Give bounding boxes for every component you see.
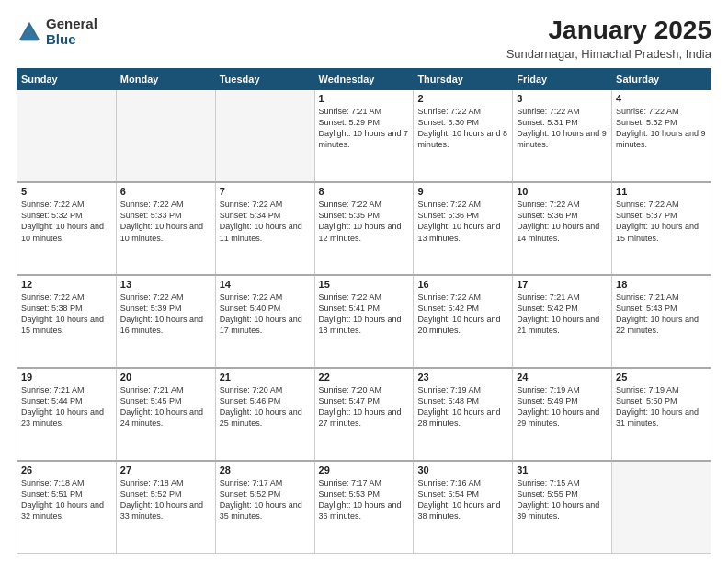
day-number: 23 [417, 372, 508, 383]
day-number: 5 [21, 186, 112, 197]
header-thursday: Thursday [414, 68, 513, 89]
day-number: 26 [21, 465, 112, 476]
day-number: 7 [220, 186, 311, 197]
day-number: 1 [319, 93, 410, 104]
weekday-header-row: Sunday Monday Tuesday Wednesday Thursday… [17, 68, 711, 89]
header-friday: Friday [513, 68, 612, 89]
day-info: Sunrise: 7:22 AM Sunset: 5:42 PM Dayligh… [417, 292, 508, 337]
day-number: 24 [517, 372, 608, 383]
day-info: Sunrise: 7:19 AM Sunset: 5:49 PM Dayligh… [517, 385, 608, 430]
calendar-week-row: 1Sunrise: 7:21 AM Sunset: 5:29 PM Daylig… [17, 89, 711, 182]
calendar-week-row: 26Sunrise: 7:18 AM Sunset: 5:51 PM Dayli… [17, 461, 711, 554]
day-info: Sunrise: 7:19 AM Sunset: 5:48 PM Dayligh… [417, 385, 508, 430]
calendar-day-cell: 21Sunrise: 7:20 AM Sunset: 5:46 PM Dayli… [215, 368, 314, 461]
day-info: Sunrise: 7:22 AM Sunset: 5:39 PM Dayligh… [120, 292, 211, 337]
header: General Blue January 2025 Sundarnagar, H… [17, 17, 711, 61]
calendar-day-cell: 31Sunrise: 7:15 AM Sunset: 5:55 PM Dayli… [513, 461, 612, 554]
day-info: Sunrise: 7:22 AM Sunset: 5:37 PM Dayligh… [616, 199, 707, 244]
calendar-week-row: 19Sunrise: 7:21 AM Sunset: 5:44 PM Dayli… [17, 368, 711, 461]
calendar-day-cell: 11Sunrise: 7:22 AM Sunset: 5:37 PM Dayli… [612, 182, 711, 275]
day-number: 18 [616, 279, 707, 290]
calendar-day-cell: 2Sunrise: 7:22 AM Sunset: 5:30 PM Daylig… [414, 89, 513, 182]
day-number: 21 [220, 372, 311, 383]
calendar-day-cell: 3Sunrise: 7:22 AM Sunset: 5:31 PM Daylig… [513, 89, 612, 182]
day-info: Sunrise: 7:17 AM Sunset: 5:53 PM Dayligh… [319, 477, 410, 523]
page: General Blue January 2025 Sundarnagar, H… [0, 0, 728, 563]
day-info: Sunrise: 7:21 AM Sunset: 5:45 PM Dayligh… [120, 385, 211, 430]
day-info: Sunrise: 7:22 AM Sunset: 5:36 PM Dayligh… [417, 199, 508, 244]
calendar-day-cell: 12Sunrise: 7:22 AM Sunset: 5:38 PM Dayli… [17, 275, 117, 368]
header-tuesday: Tuesday [215, 68, 314, 89]
calendar-day-cell: 19Sunrise: 7:21 AM Sunset: 5:44 PM Dayli… [17, 368, 117, 461]
day-number: 3 [517, 93, 608, 104]
day-info: Sunrise: 7:16 AM Sunset: 5:54 PM Dayligh… [417, 477, 508, 523]
logo-blue-text: Blue [46, 32, 97, 48]
day-number: 14 [220, 279, 311, 290]
day-info: Sunrise: 7:22 AM Sunset: 5:32 PM Dayligh… [616, 106, 707, 151]
logo: General Blue [17, 17, 97, 47]
calendar-day-cell: 26Sunrise: 7:18 AM Sunset: 5:51 PM Dayli… [17, 461, 117, 554]
calendar-day-cell: 13Sunrise: 7:22 AM Sunset: 5:39 PM Dayli… [116, 275, 215, 368]
day-info: Sunrise: 7:21 AM Sunset: 5:29 PM Dayligh… [319, 106, 410, 151]
day-number: 17 [517, 279, 608, 290]
calendar-day-cell [215, 89, 314, 182]
calendar-day-cell [612, 461, 711, 554]
day-number: 8 [319, 186, 410, 197]
day-number: 4 [616, 93, 707, 104]
calendar-day-cell: 7Sunrise: 7:22 AM Sunset: 5:34 PM Daylig… [215, 182, 314, 275]
calendar-day-cell: 17Sunrise: 7:21 AM Sunset: 5:42 PM Dayli… [513, 275, 612, 368]
day-info: Sunrise: 7:18 AM Sunset: 5:52 PM Dayligh… [120, 477, 211, 523]
calendar-day-cell: 1Sunrise: 7:21 AM Sunset: 5:29 PM Daylig… [314, 89, 414, 182]
title-block: January 2025 Sundarnagar, Himachal Prade… [506, 17, 711, 61]
calendar-day-cell: 23Sunrise: 7:19 AM Sunset: 5:48 PM Dayli… [414, 368, 513, 461]
calendar-day-cell: 24Sunrise: 7:19 AM Sunset: 5:49 PM Dayli… [513, 368, 612, 461]
location: Sundarnagar, Himachal Pradesh, India [506, 47, 711, 61]
day-info: Sunrise: 7:21 AM Sunset: 5:44 PM Dayligh… [21, 385, 112, 430]
calendar-day-cell: 22Sunrise: 7:20 AM Sunset: 5:47 PM Dayli… [314, 368, 414, 461]
calendar-day-cell: 20Sunrise: 7:21 AM Sunset: 5:45 PM Dayli… [116, 368, 215, 461]
calendar-day-cell: 18Sunrise: 7:21 AM Sunset: 5:43 PM Dayli… [612, 275, 711, 368]
calendar-day-cell: 28Sunrise: 7:17 AM Sunset: 5:52 PM Dayli… [215, 461, 314, 554]
day-number: 6 [120, 186, 211, 197]
day-number: 30 [417, 465, 508, 476]
calendar-day-cell: 10Sunrise: 7:22 AM Sunset: 5:36 PM Dayli… [513, 182, 612, 275]
day-info: Sunrise: 7:22 AM Sunset: 5:34 PM Dayligh… [220, 199, 311, 244]
day-info: Sunrise: 7:15 AM Sunset: 5:55 PM Dayligh… [517, 477, 608, 523]
day-number: 20 [120, 372, 211, 383]
day-number: 28 [220, 465, 311, 476]
calendar-week-row: 12Sunrise: 7:22 AM Sunset: 5:38 PM Dayli… [17, 275, 711, 368]
day-number: 27 [120, 465, 211, 476]
day-number: 11 [616, 186, 707, 197]
calendar-day-cell: 15Sunrise: 7:22 AM Sunset: 5:41 PM Dayli… [314, 275, 414, 368]
day-number: 29 [319, 465, 410, 476]
day-info: Sunrise: 7:18 AM Sunset: 5:51 PM Dayligh… [21, 477, 112, 523]
logo-general-text: General [46, 17, 97, 32]
day-number: 25 [616, 372, 707, 383]
day-info: Sunrise: 7:22 AM Sunset: 5:31 PM Dayligh… [517, 106, 608, 151]
day-info: Sunrise: 7:22 AM Sunset: 5:38 PM Dayligh… [21, 292, 112, 337]
calendar-day-cell: 27Sunrise: 7:18 AM Sunset: 5:52 PM Dayli… [116, 461, 215, 554]
day-info: Sunrise: 7:22 AM Sunset: 5:41 PM Dayligh… [319, 292, 410, 337]
day-number: 15 [319, 279, 410, 290]
day-info: Sunrise: 7:22 AM Sunset: 5:32 PM Dayligh… [21, 199, 112, 244]
day-info: Sunrise: 7:22 AM Sunset: 5:33 PM Dayligh… [120, 199, 211, 244]
calendar-day-cell: 5Sunrise: 7:22 AM Sunset: 5:32 PM Daylig… [17, 182, 117, 275]
month-title: January 2025 [506, 17, 711, 45]
header-sunday: Sunday [17, 68, 117, 89]
calendar-day-cell: 8Sunrise: 7:22 AM Sunset: 5:35 PM Daylig… [314, 182, 414, 275]
day-info: Sunrise: 7:19 AM Sunset: 5:50 PM Dayligh… [616, 385, 707, 430]
header-saturday: Saturday [612, 68, 711, 89]
header-wednesday: Wednesday [314, 68, 414, 89]
header-monday: Monday [116, 68, 215, 89]
logo-icon [17, 19, 42, 45]
day-number: 12 [21, 279, 112, 290]
day-info: Sunrise: 7:20 AM Sunset: 5:47 PM Dayligh… [319, 385, 410, 430]
calendar: Sunday Monday Tuesday Wednesday Thursday… [17, 68, 711, 554]
day-number: 9 [417, 186, 508, 197]
day-info: Sunrise: 7:17 AM Sunset: 5:52 PM Dayligh… [220, 477, 311, 523]
calendar-day-cell [17, 89, 117, 182]
day-number: 22 [319, 372, 410, 383]
day-info: Sunrise: 7:20 AM Sunset: 5:46 PM Dayligh… [220, 385, 311, 430]
day-number: 13 [120, 279, 211, 290]
calendar-week-row: 5Sunrise: 7:22 AM Sunset: 5:32 PM Daylig… [17, 182, 711, 275]
